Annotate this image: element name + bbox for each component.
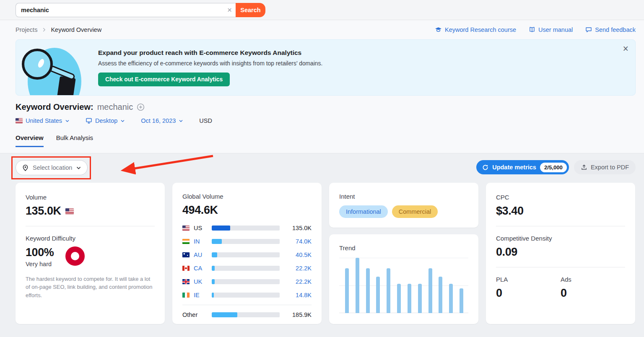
trend-bar <box>418 284 422 313</box>
country-value: 40.5K <box>286 251 312 258</box>
country-code: IE <box>194 292 206 298</box>
page-header: Projects Keyword Overview Keyword Resear… <box>0 20 644 153</box>
trend-bar <box>439 277 442 313</box>
select-location-dropdown[interactable]: Select location <box>16 160 88 175</box>
chevron-down-icon <box>179 119 183 123</box>
currency-label: USD <box>199 117 212 124</box>
country-value: 22.2K <box>286 265 312 272</box>
volume-bar <box>212 293 280 298</box>
volume-bar <box>212 226 280 231</box>
toolbar: Select location Update metrics 2/ <box>16 153 636 177</box>
clear-search-icon[interactable]: × <box>227 5 232 16</box>
chevron-down-icon <box>120 119 125 123</box>
country-code: US <box>194 225 206 231</box>
chevron-down-icon <box>76 165 81 171</box>
country-value: 135.0K <box>286 225 312 231</box>
annotation-arrow <box>111 153 218 174</box>
graduation-cap-icon <box>435 26 442 34</box>
book-icon <box>529 26 535 33</box>
trend-bars <box>339 258 468 313</box>
other-bar-fill <box>212 312 237 317</box>
cpc-card: CPC $3.40 Competitive Density 0.09 PLA 0… <box>486 183 635 324</box>
trend-bar <box>345 268 349 313</box>
tab-bulk-analysis[interactable]: Bulk Analysis <box>56 134 93 147</box>
trend-bar <box>460 288 463 313</box>
trend-label: Trend <box>339 244 468 251</box>
country-code: UK <box>194 278 206 285</box>
trend-bar <box>408 284 411 313</box>
header-links: Keyword Research course User manual Send… <box>435 26 636 34</box>
competitive-density-label: Competitive Density <box>496 235 625 242</box>
device-label: Desktop <box>95 117 117 124</box>
banner-cta-button[interactable]: Check out E-commerce Keyword Analytics <box>98 73 230 86</box>
country-value: 74.0K <box>286 238 312 245</box>
keyword-difficulty-label: Keyword Difficulty <box>26 235 155 242</box>
user-manual-link[interactable]: User manual <box>529 26 573 33</box>
link-label: User manual <box>538 26 573 33</box>
date-selector[interactable]: Oct 16, 2023 <box>141 117 183 124</box>
country-row[interactable]: AU40.5K <box>182 248 312 262</box>
update-metrics-button[interactable]: Update metrics 2/5,000 <box>476 160 569 174</box>
keyword-difficulty-value: 100% <box>26 246 54 259</box>
intent-card: Intent Informational Commercial <box>329 183 478 228</box>
au-flag-icon <box>182 252 190 257</box>
trend-chart <box>339 258 468 313</box>
chevron-down-icon <box>65 119 70 123</box>
volume-card: Volume 135.0K Keyword Difficulty 100% Ve… <box>16 183 165 324</box>
difficulty-donut-chart <box>65 246 85 266</box>
send-feedback-link[interactable]: Send feedback <box>585 26 636 33</box>
top-search-bar: × Search <box>0 0 644 20</box>
keyword-difficulty-description: The hardest keyword to compete for. It w… <box>26 275 155 299</box>
ca-flag-icon <box>182 266 190 271</box>
select-location-label: Select location <box>33 164 72 171</box>
volume-label: Volume <box>26 194 155 201</box>
chevron-right-icon <box>41 27 47 33</box>
country-row[interactable]: CA22.2K <box>182 262 312 275</box>
tabs: Overview Bulk Analysis <box>16 134 636 147</box>
trend-bar <box>356 258 359 313</box>
pla-label: PLA <box>496 276 561 283</box>
link-label: Keyword Research course <box>445 26 516 33</box>
cpc-value: $3.40 <box>496 205 625 218</box>
country-row[interactable]: UK22.2K <box>182 275 312 288</box>
trend-bar <box>366 268 370 313</box>
page-keyword: mechanic <box>97 102 133 112</box>
other-row: Other 185.9K <box>182 308 312 321</box>
ads-label: Ads <box>561 276 625 283</box>
banner-text: Expand your product reach with E-commerc… <box>98 49 322 86</box>
volume-bar <box>212 279 280 284</box>
us-flag-icon <box>182 226 190 231</box>
refresh-icon <box>482 164 488 171</box>
search-button[interactable]: Search <box>236 3 265 17</box>
monitor-icon <box>86 117 92 124</box>
metric-cards: Volume 135.0K Keyword Difficulty 100% Ve… <box>16 183 636 324</box>
country-row[interactable]: IE14.8K <box>182 288 312 302</box>
breadcrumb-current: Keyword Overview <box>51 26 101 33</box>
trend-bar <box>428 268 432 313</box>
trend-bar <box>376 277 380 313</box>
device-selector[interactable]: Desktop <box>86 117 125 124</box>
country-row[interactable]: IN74.0K <box>182 235 312 248</box>
global-volume-label: Global Volume <box>182 193 312 200</box>
trend-card: Trend <box>329 234 478 324</box>
trend-bar <box>387 268 390 313</box>
country-rows: US135.0KIN74.0KAU40.5KCA22.2KUK22.2KIE14… <box>182 221 312 302</box>
search-input[interactable] <box>16 3 236 17</box>
breadcrumb-projects[interactable]: Projects <box>16 26 37 33</box>
volume-bar <box>212 239 280 244</box>
ads-value: 0 <box>561 287 625 300</box>
country-row[interactable]: US135.0K <box>182 221 312 235</box>
intent-label: Intent <box>339 193 468 200</box>
global-volume-card: Global Volume 494.6K US135.0KIN74.0KAU40… <box>172 183 322 324</box>
export-pdf-button[interactable]: Export to PDF <box>574 160 636 174</box>
banner-close-icon[interactable]: × <box>623 43 628 54</box>
date-label: Oct 16, 2023 <box>141 117 176 124</box>
add-keyword-icon[interactable] <box>137 103 145 111</box>
us-flag-icon <box>65 208 74 214</box>
page-title: Keyword Overview: <box>16 102 93 112</box>
keyword-research-course-link[interactable]: Keyword Research course <box>435 26 516 34</box>
location-selector[interactable]: United States <box>16 117 70 124</box>
tab-overview[interactable]: Overview <box>16 134 44 147</box>
volume-bar <box>212 252 280 257</box>
intent-trend-column: Intent Informational Commercial Trend <box>329 183 478 324</box>
